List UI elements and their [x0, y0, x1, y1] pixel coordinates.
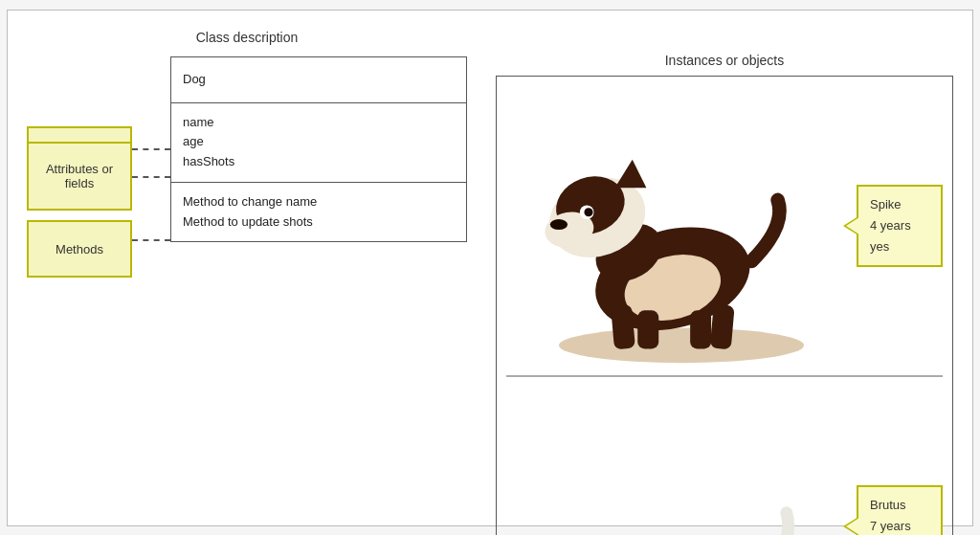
- dashed-connector-3: [132, 239, 170, 241]
- instances-title: Instances or objects: [496, 53, 953, 68]
- attributes-cell: nameagehasShots: [171, 103, 466, 183]
- main-container: Class description Class name Dog nameage…: [7, 10, 973, 526]
- svg-rect-4: [637, 310, 658, 348]
- class-table: Dog nameagehasShots Method to change nam…: [170, 56, 467, 243]
- spike-dog-area: [506, 86, 857, 367]
- svg-rect-6: [710, 303, 735, 348]
- brutus-dog-area: [506, 387, 857, 535]
- spike-dog-svg: [506, 86, 857, 367]
- svg-marker-14: [614, 159, 646, 187]
- svg-point-11: [550, 219, 568, 230]
- dashed-connector-2: [132, 176, 170, 178]
- left-section: Class description Class name Dog nameage…: [27, 30, 467, 506]
- svg-rect-3: [611, 303, 635, 348]
- methods-row: Methods: [27, 220, 170, 278]
- svg-rect-5: [690, 310, 711, 348]
- instances-box: Spike 4 years yes: [496, 76, 953, 536]
- class-description-title: Class description: [27, 30, 467, 45]
- brutus-info-bubble: Brutus 7 years no: [857, 485, 943, 535]
- spike-info-bubble: Spike 4 years yes: [857, 185, 943, 267]
- brutus-dog-svg: [506, 387, 857, 535]
- class-name-cell: Dog: [171, 57, 466, 103]
- spike-row: Spike 4 years yes: [506, 86, 943, 367]
- attributes-row: Attributes or fields: [27, 142, 170, 211]
- class-diagram: Class name Dog nameagehasShots Method to…: [27, 56, 467, 279]
- methods-cell: Method to change nameMethod to update sh…: [171, 183, 466, 242]
- instance-divider: [506, 375, 943, 377]
- attributes-label: Attributes or fields: [27, 142, 132, 211]
- brutus-row: Brutus 7 years no: [506, 387, 943, 535]
- right-section-outer: Instances or objects: [496, 30, 953, 506]
- svg-point-0: [559, 327, 804, 363]
- instances-container: Spike 4 years yes: [506, 86, 943, 536]
- svg-point-13: [584, 208, 592, 216]
- methods-label: Methods: [27, 220, 132, 278]
